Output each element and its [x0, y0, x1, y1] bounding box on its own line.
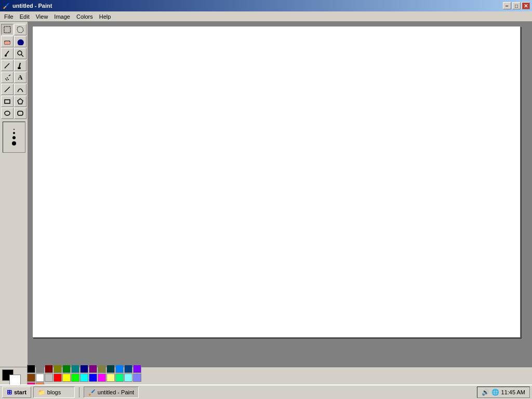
tool-eyedropper[interactable] [1, 48, 14, 59]
folder-icon: 📁 [38, 389, 45, 396]
color-blue-mid[interactable] [124, 365, 132, 373]
tool-ellipse[interactable] [1, 108, 14, 119]
color-violet[interactable] [133, 365, 141, 373]
airbrush-icon [4, 74, 11, 81]
brush-size-preview [3, 122, 25, 153]
size-dot-1[interactable] [14, 129, 15, 130]
color-lime[interactable] [71, 374, 79, 382]
color-cyan[interactable] [80, 374, 88, 382]
color-dark-gray[interactable] [36, 365, 44, 373]
paint-canvas[interactable] [32, 26, 521, 338]
tool-rectangle[interactable] [1, 96, 14, 107]
color-yellow-light[interactable] [107, 374, 115, 382]
color-cyan-light[interactable] [124, 374, 132, 382]
color-green-light[interactable] [115, 374, 124, 382]
tool-text[interactable]: A [14, 72, 26, 83]
maximize-button[interactable]: □ [512, 2, 521, 9]
tool-row-5: A [1, 72, 26, 83]
select-free-icon [17, 26, 24, 33]
size-dot-2[interactable] [13, 132, 15, 134]
menu-image[interactable]: Image [51, 12, 73, 21]
svg-rect-0 [4, 26, 10, 33]
tool-row-8 [1, 108, 26, 119]
minimize-button[interactable]: − [503, 2, 511, 9]
color-yellow[interactable] [62, 374, 71, 382]
menu-help[interactable]: Help [96, 12, 114, 21]
polygon-icon [17, 98, 24, 105]
canvas-area[interactable] [28, 22, 532, 367]
svg-point-14 [7, 77, 8, 78]
tool-row-3 [1, 48, 26, 59]
color-white[interactable] [36, 374, 44, 382]
tool-magnifier[interactable] [14, 48, 26, 59]
taskbar: ⊞ start 📁 blogs 🖌️ untitled - Paint 🔊 🌐 … [0, 384, 532, 399]
line-icon [4, 86, 11, 93]
size-dot-4[interactable] [12, 141, 16, 145]
color-red[interactable] [54, 374, 62, 382]
taskbar-blogs[interactable]: 📁 blogs [33, 387, 75, 398]
windows-logo-icon: ⊞ [7, 389, 12, 396]
color-maroon[interactable] [45, 365, 53, 373]
taskbar-paint-window[interactable]: 🖌️ untitled - Paint [84, 387, 139, 398]
svg-point-13 [5, 78, 6, 79]
svg-rect-22 [18, 111, 23, 115]
text-icon: A [18, 73, 22, 82]
color-lavender[interactable] [133, 374, 141, 382]
close-button[interactable]: ✕ [522, 2, 530, 9]
curve-icon [17, 86, 24, 93]
start-button[interactable]: ⊞ start [2, 387, 31, 398]
menu-view[interactable]: View [33, 12, 51, 21]
toolbar: ⬤ [0, 22, 28, 367]
color-olive-dark[interactable] [98, 365, 106, 373]
svg-point-16 [8, 79, 9, 80]
size-dot-3[interactable] [12, 136, 16, 139]
eraser-icon [4, 38, 11, 45]
color-green[interactable] [62, 365, 71, 373]
select-rect-icon [4, 26, 11, 33]
color-navy[interactable] [80, 365, 88, 373]
color-blue-light[interactable] [115, 365, 124, 373]
tool-line[interactable] [1, 84, 14, 95]
svg-line-17 [9, 75, 10, 76]
svg-line-9 [5, 63, 9, 68]
rounded-rect-icon [17, 110, 24, 117]
color-magenta[interactable] [98, 374, 106, 382]
tool-row-6 [1, 84, 26, 95]
tool-select-free[interactable] [14, 24, 26, 35]
title-bar-app-icon: 🖌️ [2, 2, 10, 10]
main-container: ⬤ [0, 22, 532, 399]
color-dark-teal[interactable] [107, 365, 115, 373]
tool-curve[interactable] [14, 84, 26, 95]
start-label: start [14, 389, 26, 395]
color-silver[interactable] [45, 374, 53, 382]
color-olive[interactable] [54, 365, 62, 373]
color-black[interactable] [27, 365, 35, 373]
color-blue[interactable] [89, 374, 97, 382]
svg-line-8 [21, 55, 23, 57]
menu-file[interactable]: File [1, 12, 17, 21]
fill-icon: ⬤ [17, 38, 24, 45]
tool-airbrush[interactable] [1, 72, 14, 83]
tool-rounded-rect[interactable] [14, 108, 26, 119]
tool-brush[interactable] [14, 60, 26, 71]
pencil-icon [4, 62, 11, 69]
tool-eraser[interactable] [1, 36, 14, 47]
tool-polygon[interactable] [14, 96, 26, 107]
paint-window-label: untitled - Paint [98, 389, 134, 395]
title-bar-text: untitled - Paint [12, 3, 52, 9]
color-purple[interactable] [89, 365, 97, 373]
menu-edit[interactable]: Edit [17, 12, 33, 21]
svg-point-12 [18, 67, 21, 69]
svg-text:⬤: ⬤ [17, 38, 24, 45]
tool-row-2: ⬤ [1, 36, 26, 47]
tool-select-rect[interactable] [1, 24, 14, 35]
title-bar-controls: − □ ✕ [503, 2, 530, 9]
svg-line-18 [5, 87, 10, 92]
tool-pencil[interactable] [1, 60, 14, 71]
menu-colors[interactable]: Colors [73, 12, 96, 21]
blogs-label: blogs [47, 389, 61, 395]
tool-fill[interactable]: ⬤ [14, 36, 26, 47]
color-teal[interactable] [71, 365, 79, 373]
title-bar: 🖌️ untitled - Paint − □ ✕ [0, 0, 532, 11]
color-brown[interactable] [27, 374, 35, 382]
